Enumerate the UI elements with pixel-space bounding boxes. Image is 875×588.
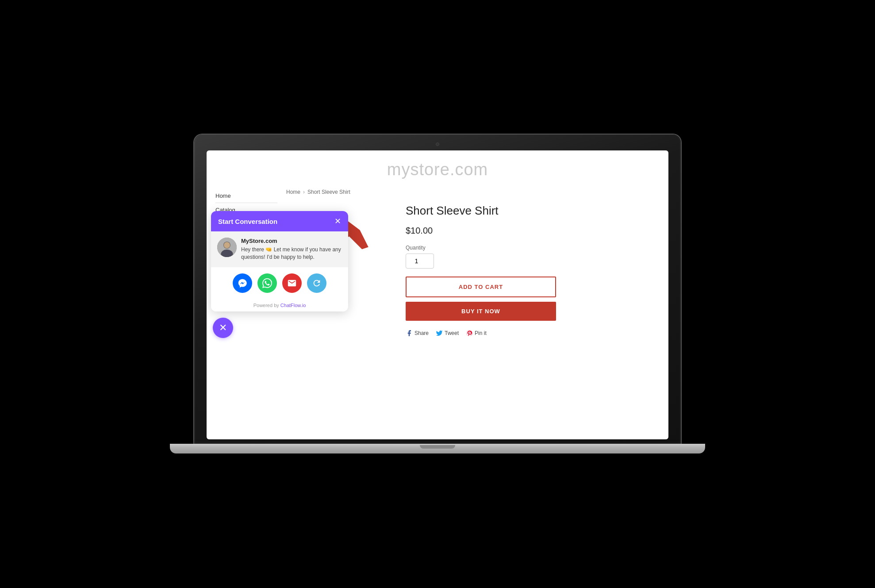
chat-powered: Powered by ChatFlow.io — [211, 299, 348, 311]
laptop-base — [170, 444, 705, 453]
chat-header: Start Conversation ✕ — [211, 211, 348, 231]
chat-header-title: Start Conversation — [218, 218, 277, 225]
share-button[interactable]: Share — [406, 330, 429, 337]
social-share: Share Tweet Pin it — [406, 330, 660, 337]
messenger-button[interactable] — [233, 273, 252, 293]
breadcrumb-separator: › — [303, 189, 305, 195]
chat-open-button[interactable]: ✕ — [213, 318, 233, 338]
product-name: Short Sleeve Shirt — [406, 204, 660, 218]
screen-bezel: mystore.com Home Catalog Start C — [194, 135, 681, 444]
breadcrumb: Home › Short Sleeve Shirt — [286, 184, 660, 202]
laptop-wrapper: mystore.com Home Catalog Start C — [194, 135, 681, 453]
tweet-button[interactable]: Tweet — [436, 330, 459, 337]
whatsapp-button[interactable] — [257, 273, 277, 293]
store-main: Home Catalog Start Conversation ✕ — [207, 184, 668, 439]
chat-close-button[interactable]: ✕ — [334, 217, 341, 225]
chat-message-text: Hey there 🤜 Let me know if you have any … — [241, 246, 342, 261]
chat-open-icon: ✕ — [219, 322, 227, 334]
store-title: mystore.com — [207, 160, 668, 179]
chat-popup: Start Conversation ✕ — [211, 211, 348, 311]
quantity-input[interactable] — [406, 254, 434, 269]
chat-message-block: MyStore.com Hey there 🤜 Let me know if y… — [241, 238, 342, 261]
tweet-label: Tweet — [445, 330, 459, 336]
pin-label: Pin it — [475, 330, 487, 336]
breadcrumb-home: Home — [286, 189, 300, 195]
chat-avatar — [217, 238, 237, 257]
chatflow-link[interactable]: ChatFlow.io — [280, 303, 306, 308]
laptop-screen: mystore.com Home Catalog Start C — [207, 150, 668, 439]
quantity-label: Quantity — [406, 245, 660, 251]
nav-item-home[interactable]: Home — [215, 189, 277, 203]
chat-channels — [211, 267, 348, 299]
camera — [436, 142, 439, 146]
pin-button[interactable]: Pin it — [466, 330, 487, 337]
chat-widget-area: Start Conversation ✕ — [211, 211, 348, 338]
breadcrumb-current: Short Sleeve Shirt — [307, 189, 350, 195]
callback-button[interactable] — [307, 273, 326, 293]
buy-now-button[interactable]: BUY IT NOW — [406, 302, 556, 321]
svg-point-3 — [224, 242, 230, 248]
chat-body: MyStore.com Hey there 🤜 Let me know if y… — [211, 231, 348, 267]
screen-content: mystore.com Home Catalog Start C — [207, 150, 668, 439]
store-header: mystore.com — [207, 150, 668, 184]
product-info: Short Sleeve Shirt $10.00 Quantity ADD T… — [406, 202, 660, 337]
share-label: Share — [414, 330, 429, 336]
email-button[interactable] — [282, 273, 302, 293]
product-price: $10.00 — [406, 226, 660, 236]
chat-store-name: MyStore.com — [241, 238, 342, 244]
add-to-cart-button[interactable]: ADD TO CART — [406, 277, 556, 297]
powered-by-text: Powered by — [253, 303, 280, 308]
